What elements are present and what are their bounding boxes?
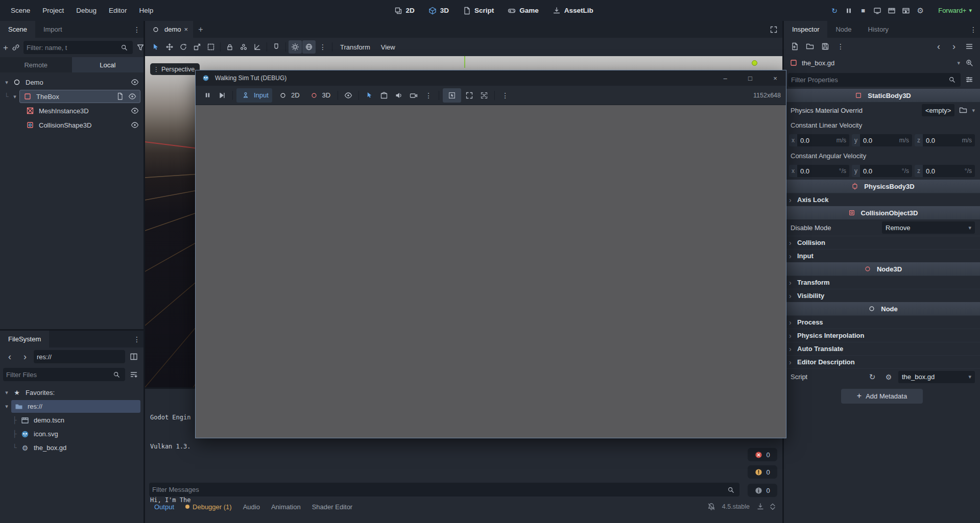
menu-help[interactable]: Help (133, 4, 159, 17)
angular-z-field[interactable]: z0.0°/s (915, 165, 975, 177)
lock-node-button[interactable] (223, 40, 236, 54)
list-select-button[interactable] (204, 40, 218, 54)
section-visibility[interactable]: ›Visibility (784, 289, 980, 302)
property-filter-input[interactable] (791, 76, 944, 84)
attached-script-icon[interactable] (114, 91, 126, 102)
section-physics-interpolation[interactable]: ›Physics Interpolation (784, 329, 980, 342)
tab-remote[interactable]: Remote (0, 57, 72, 72)
debug-selection-list-button[interactable] (377, 89, 391, 102)
disable-mode-dropdown[interactable]: Remove ▾ (882, 221, 975, 234)
sun-gizmo[interactable] (752, 60, 757, 66)
inspector-history-button[interactable] (963, 40, 976, 53)
tab-history[interactable]: History (860, 21, 897, 38)
instance-scene-button[interactable] (10, 41, 21, 54)
debug-menu-button[interactable]: ⋮ (422, 89, 435, 102)
file-row-demo-tscn[interactable]: ├ demo.tscn (0, 413, 144, 427)
scene-filter-field[interactable] (23, 41, 133, 54)
current-path-field[interactable]: res:// (34, 350, 125, 363)
category-node[interactable]: Node (784, 302, 980, 315)
tab-output[interactable]: Output (149, 501, 179, 513)
tab-local[interactable]: Local (72, 57, 144, 72)
favorites-row[interactable]: ▾ ★ Favorites: (0, 386, 144, 400)
physics-material-dropdown[interactable]: <empty> (922, 104, 955, 116)
pause-button[interactable] (842, 4, 855, 17)
menu-project[interactable]: Project (37, 4, 69, 17)
section-collision[interactable]: ›Collision (784, 236, 980, 249)
section-process[interactable]: ›Process (784, 315, 980, 329)
message-filter-input[interactable] (152, 486, 723, 493)
workspace-assetlib[interactable]: AssetLib (547, 4, 599, 18)
scene-filter-input[interactable] (27, 44, 116, 52)
selected-folder-row[interactable]: res:// (11, 400, 140, 413)
group-constant-angular-velocity[interactable]: Constant Angular Velocity (784, 149, 980, 162)
warning-count-badge[interactable]: 0 (748, 465, 777, 479)
stop-button[interactable]: ■ (856, 4, 870, 17)
new-scene-tab-button[interactable]: + (193, 21, 208, 38)
menu-editor[interactable]: Editor (103, 4, 132, 17)
angular-x-field[interactable]: x0.0°/s (789, 165, 849, 177)
viewport-extra-menu-button[interactable]: ⋮ (316, 40, 329, 54)
history-forward-button[interactable]: › (18, 350, 32, 363)
maximize-button[interactable]: □ (739, 70, 761, 86)
movie-maker-button[interactable]: ⚙ (914, 4, 927, 17)
edited-object-row[interactable]: the_box.gd ▾ (784, 55, 980, 70)
section-editor-description[interactable]: ›Editor Description (784, 355, 980, 368)
chevron-down-icon[interactable]: ▾ (972, 108, 975, 113)
debug-window-titlebar[interactable]: Walking Sim Tut (DEBUG) – □ × (196, 70, 786, 86)
debug-pause-button[interactable] (201, 89, 214, 102)
toggle-split-mode-button[interactable] (127, 350, 140, 363)
scene-tree-row-collisionshape[interactable]: CollisionShape3D (0, 118, 144, 132)
angular-y-field[interactable]: y0.0°/s (852, 165, 912, 177)
script-settings-button[interactable]: ⚙ (882, 370, 895, 384)
transform-menu[interactable]: Transform (335, 41, 375, 54)
float-window-button[interactable] (463, 89, 476, 102)
next-frame-button[interactable] (216, 89, 229, 102)
add-node-button[interactable]: + (3, 41, 8, 54)
menu-scene[interactable]: Scene (5, 4, 36, 17)
script-dropdown[interactable]: the_box.gd ▾ (898, 371, 975, 383)
close-icon[interactable]: × (184, 26, 188, 33)
camera-override-button[interactable] (407, 89, 420, 102)
folder-icon[interactable] (958, 105, 969, 116)
ruler-button[interactable] (251, 40, 264, 54)
visibility-eye-icon[interactable] (129, 119, 140, 131)
play-custom-scene-button[interactable] (899, 4, 913, 17)
inspector-back-button[interactable]: ‹ (932, 40, 945, 53)
new-resource-button[interactable] (788, 40, 801, 53)
folder-row-res[interactable]: ▾ res:// (0, 400, 144, 413)
notification-bell-icon[interactable] (706, 501, 717, 512)
save-resource-button[interactable] (819, 40, 832, 53)
view-menu[interactable]: View (376, 41, 400, 54)
pin-bottom-panel-icon[interactable] (755, 501, 766, 512)
dock-menu-icon[interactable]: ⋮ (970, 26, 977, 33)
load-resource-button[interactable] (803, 40, 817, 53)
filter-options-button[interactable] (135, 41, 146, 54)
file-sort-button[interactable] (127, 368, 140, 381)
tab-inspector[interactable]: Inspector (784, 21, 827, 38)
tab-shader-editor[interactable]: Shader Editor (307, 501, 358, 513)
environment-toggle-button[interactable] (302, 40, 316, 54)
game-view-menu-button[interactable]: ⋮ (498, 89, 512, 102)
property-filter-field[interactable] (788, 73, 961, 87)
error-count-badge[interactable]: 0 (748, 448, 777, 461)
select-tool-button[interactable] (149, 40, 162, 54)
tab-scene[interactable]: Scene (0, 21, 35, 38)
message-count-badge[interactable]: 0 (748, 484, 777, 497)
history-back-button[interactable]: ‹ (3, 350, 16, 363)
collapse-icon[interactable]: ▾ (3, 389, 10, 396)
embed-game-button[interactable] (443, 88, 461, 103)
script-reload-button[interactable]: ↻ (866, 370, 879, 384)
dock-menu-icon[interactable]: ⋮ (133, 336, 140, 343)
collapse-icon[interactable]: ▾ (11, 93, 18, 100)
linear-z-field[interactable]: z0.0m/s (915, 134, 975, 146)
category-node3d[interactable]: Node3D (784, 262, 980, 276)
dock-menu-icon[interactable]: ⋮ (133, 26, 140, 33)
add-metadata-button[interactable]: + Add Metadata (841, 389, 923, 404)
scene-tree-row-meshinstance[interactable]: MeshInstance3D (0, 104, 144, 118)
category-physicsbody3d[interactable]: PhysicsBody3D (784, 180, 980, 193)
rotate-tool-button[interactable] (177, 40, 190, 54)
expand-bottom-panel-icon[interactable] (767, 501, 778, 512)
collapse-icon[interactable]: ▾ (3, 79, 10, 86)
section-auto-translate[interactable]: ›Auto Translate (784, 342, 980, 355)
section-axis-lock[interactable]: ›Axis Lock (784, 193, 980, 206)
